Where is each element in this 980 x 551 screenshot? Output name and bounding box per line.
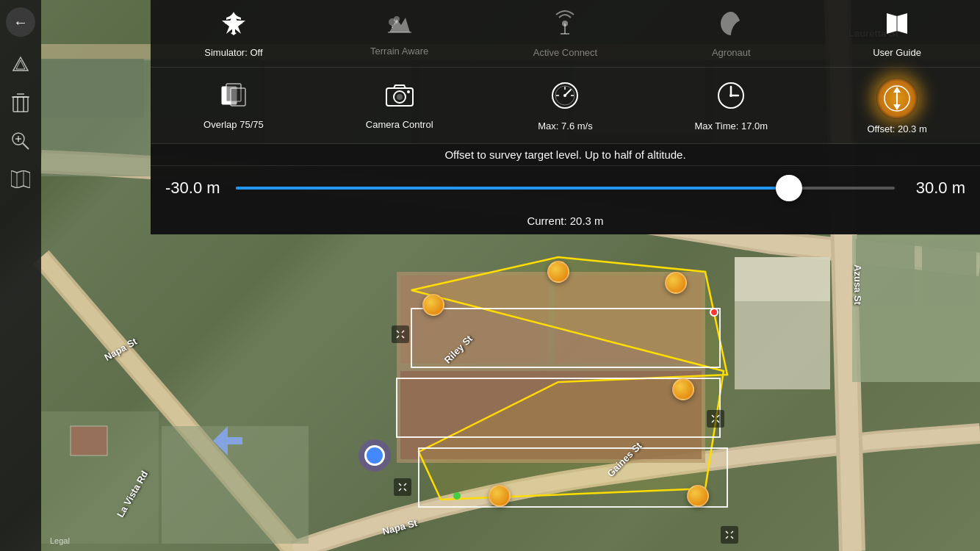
nav-item-connect[interactable]: Active Connect [483,7,649,61]
map-view-button[interactable] [4,163,37,195]
agronaut-icon [718,10,744,43]
simulator-label: Simulator: Off [204,47,262,58]
slider-track[interactable] [236,187,895,190]
overlap-label: Overlap 75/75 [203,119,264,130]
svg-marker-51 [16,60,25,69]
offset-icon-bg [876,78,918,119]
tool-overlap[interactable]: Overlap 75/75 [151,79,317,133]
nav-item-terrain[interactable]: Terrain Aware [317,9,483,60]
current-value-row: Current: 20.3 m [151,210,980,234]
svg-point-66 [394,16,400,22]
nav-item-guide[interactable]: User Guide [814,7,980,61]
offset-description: Offset to survey target level. Up to hal… [151,144,980,166]
slider-min-value: -30.0 m [165,179,224,198]
time-icon [716,81,746,116]
tool-offset[interactable]: Offset: 20.3 m [814,75,980,137]
camera-icon [385,82,414,115]
left-sidebar: ← [0,0,41,551]
connect-icon [552,10,578,43]
svg-rect-67 [396,21,397,24]
nav-item-agronaut[interactable]: Agronaut [648,7,814,61]
waypoint-6[interactable] [687,485,709,507]
slider-row: -30.0 m 30.0 m [151,166,980,210]
overlap-icon [220,82,247,115]
time-label: Max Time: 17.0m [694,120,768,132]
terrain-label: Terrain Aware [370,46,428,57]
draw-tool-button[interactable] [4,48,37,81]
slider-fill [236,187,789,190]
top-panel: Simulator: Off Terrain Aware [151,0,980,234]
legal-text[interactable]: Legal [50,536,70,545]
slider-container[interactable] [236,173,895,203]
position-dot [710,308,718,317]
simulator-icon [220,10,247,43]
waypoint-3[interactable] [665,272,687,294]
tool-time[interactable]: Max Time: 17.0m [648,78,814,134]
start-dot [453,492,461,500]
tool-camera[interactable]: Camera Control [317,79,483,133]
svg-rect-52 [13,97,28,112]
svg-point-78 [407,90,410,93]
svg-rect-65 [392,25,393,28]
waypoint-5[interactable] [489,485,511,507]
camera-label: Camera Control [366,119,433,130]
delete-button[interactable] [4,87,37,119]
tool-speed[interactable]: Max: 7.6 m/s [483,78,649,134]
svg-line-58 [23,143,29,149]
waypoint-2[interactable] [547,261,569,283]
back-button[interactable]: ← [6,7,35,37]
guide-label: User Guide [873,47,921,58]
svg-point-77 [397,94,403,100]
slider-max-value: 30.0 m [907,179,965,198]
street-label-azusa: Azusa St [852,264,863,305]
svg-point-89 [729,94,732,97]
svg-marker-50 [13,57,28,71]
speed-label: Max: 7.6 m/s [538,120,592,132]
svg-rect-74 [231,88,245,106]
slider-thumb[interactable] [776,175,802,201]
connect-label: Active Connect [533,47,597,58]
tools-row: Overlap 75/75 Camera Control [151,68,980,144]
nav-row: Simulator: Off Terrain Aware [151,0,980,68]
search-zoom-button[interactable] [4,125,37,157]
svg-point-82 [563,94,566,97]
nav-item-simulator[interactable]: Simulator: Off [151,7,317,61]
drone-marker [375,455,407,488]
agronaut-label: Agronaut [712,47,751,58]
waypoint-1[interactable] [422,294,444,316]
svg-marker-61 [11,170,30,188]
waypoint-4[interactable] [672,378,694,400]
guide-icon [884,10,910,43]
offset-label: Offset: 20.3 m [867,123,926,134]
speed-icon [550,81,580,116]
terrain-icon [386,12,413,41]
